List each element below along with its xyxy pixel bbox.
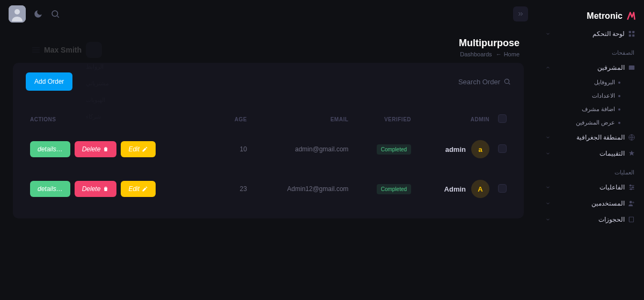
svg-point-14 (632, 202, 634, 204)
cell-email: Admin12@gmail.com (251, 169, 353, 209)
cell-admin: admin (445, 145, 466, 153)
search-input[interactable] (436, 78, 500, 86)
row-checkbox[interactable] (498, 144, 507, 153)
sidebar-item-label: التقييمات (599, 150, 625, 157)
chevron-up-icon (545, 65, 551, 70)
status-badge: Completed (377, 184, 411, 194)
sidebar-item-label: المستخدمين (591, 200, 625, 207)
svg-point-12 (631, 188, 632, 189)
sidebar-sub-item[interactable]: اضافة مشرف (537, 103, 629, 116)
star-icon (628, 150, 635, 157)
sidebar-toggle[interactable] (513, 6, 528, 21)
cell-verified: Completed (353, 129, 415, 169)
sidebar-item-events[interactable]: الفاعليات (537, 179, 644, 195)
ghost-links: الروابط مشترياتي الهبوبات شركاء (86, 63, 109, 120)
chevron-down-icon (545, 151, 551, 156)
table-row: details…DeleteEdit23Admin12@gmail.comCom… (26, 169, 511, 209)
sidebar-item-label: اضافة مشرف (582, 106, 615, 113)
cell-email: admin@gmail.com (251, 129, 353, 169)
col-verified: VERIFIED (353, 109, 415, 129)
details-button[interactable]: details… (30, 181, 70, 197)
section-pages: الصفحات (537, 42, 644, 60)
svg-point-13 (630, 201, 632, 203)
search-wrap (436, 78, 511, 86)
search-icon (503, 78, 511, 85)
search-icon[interactable] (50, 9, 60, 19)
sidebar-item-label: عرض المشرفين (576, 119, 615, 126)
cell-admin: Admin (444, 185, 466, 193)
cell-age: 10 (221, 129, 251, 169)
sidebar-item-label: الفاعليات (599, 184, 625, 191)
row-checkbox[interactable] (498, 184, 507, 193)
globe-icon (628, 134, 635, 141)
users-icon (628, 200, 635, 207)
svg-rect-6 (629, 34, 631, 36)
svg-rect-7 (632, 34, 634, 36)
sidebar-sub-item[interactable]: البروفايل (537, 76, 629, 89)
crumb-home[interactable]: Home (504, 51, 519, 57)
chevron-down-icon (545, 217, 551, 222)
svg-point-2 (52, 11, 58, 17)
sidebar-item-users[interactable]: المستخدمين (537, 195, 644, 211)
col-email: EMAIL (251, 109, 353, 129)
avatar: a (471, 140, 489, 158)
topbar (0, 0, 537, 28)
book-icon (628, 216, 635, 223)
cell-verified: Completed (353, 169, 415, 209)
table-row: details…DeleteEdit10admin@gmail.comCompl… (26, 129, 511, 169)
bullet-icon (618, 122, 620, 124)
chevron-down-icon (545, 135, 551, 140)
bullet-icon (618, 108, 620, 111)
avatar: A (471, 180, 489, 198)
col-admin: ADMIN (415, 109, 494, 129)
sidebar-item-label: لوحة التحكم (592, 30, 625, 38)
sidebar-item-label: الحجوزات (598, 216, 625, 223)
sliders-icon (628, 184, 635, 191)
orders-table: ACTIONS AGE EMAIL VERIFIED ADMIN details… (26, 109, 511, 209)
brand-name: Metronic (587, 11, 623, 21)
svg-point-11 (632, 187, 633, 188)
user-avatar[interactable] (9, 5, 26, 23)
svg-rect-5 (632, 31, 634, 33)
edit-button[interactable]: Edit (121, 141, 156, 157)
chevron-down-icon (545, 31, 551, 36)
section-operations: العمليات (537, 162, 644, 179)
brand[interactable]: Metronic (537, 6, 644, 26)
sidebar-item-label: المشرفين (597, 64, 625, 71)
sidebar-item-geo[interactable]: المنطقة الجغرافية (537, 129, 644, 145)
svg-point-3 (504, 79, 509, 83)
svg-rect-8 (629, 65, 635, 70)
sidebar-item-label: البروفايل (594, 79, 615, 86)
sidebar-item-label: الاعدادات (592, 92, 615, 99)
sidebar-item-dashboard[interactable]: لوحة التحكم (537, 26, 644, 42)
details-button[interactable]: details… (30, 141, 70, 157)
col-actions: ACTIONS (26, 109, 221, 129)
ghost-user-name: Max Smith (44, 46, 82, 54)
sidebar-item-label: المنطقة الجغرافية (576, 134, 625, 141)
chevron-down-icon (545, 185, 551, 190)
delete-button[interactable]: Delete (75, 181, 117, 197)
sidebar-item-bookings[interactable]: الحجوزات (537, 211, 644, 228)
status-badge: Completed (377, 144, 411, 155)
select-all-checkbox[interactable] (498, 114, 507, 123)
id-card-icon (628, 64, 635, 71)
add-order-button[interactable]: Add Order (26, 72, 72, 91)
cell-age: 23 (221, 169, 251, 209)
edit-button[interactable]: Edit (121, 181, 156, 197)
sidebar-sub-item[interactable]: الاعدادات (537, 89, 629, 103)
crumb-dashboards[interactable]: Dashboards (460, 51, 492, 57)
sidebar-item-ratings[interactable]: التقييمات (537, 145, 644, 162)
grid-icon (628, 30, 635, 38)
sidebar: Metronic لوحة التحكم الصفحات المشرفين ال… (537, 0, 644, 300)
bullet-icon (618, 95, 620, 97)
moon-icon[interactable] (33, 9, 43, 19)
sidebar-sub-item[interactable]: عرض المشرفين (537, 116, 629, 129)
col-age: AGE (221, 109, 251, 129)
svg-point-10 (630, 185, 631, 186)
svg-point-1 (14, 9, 20, 14)
svg-rect-4 (629, 31, 631, 33)
delete-button[interactable]: Delete (75, 141, 117, 157)
breadcrumb: Dashboards ←Home (459, 51, 519, 57)
crumb-arrow: ← (496, 51, 502, 57)
sidebar-item-supervisors[interactable]: المشرفين (537, 60, 644, 76)
